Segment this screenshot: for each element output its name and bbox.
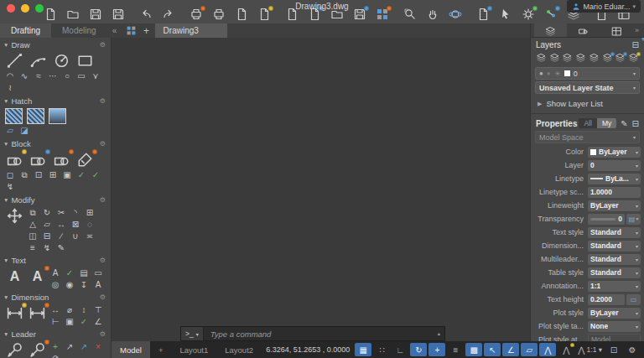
property-dropdown[interactable]: ByLayer▾ [588,147,641,158]
ray-icon[interactable]: ⋎ [91,71,101,81]
layer-stack-icon[interactable] [562,53,573,63]
fillet-icon[interactable]: ◝ [70,208,80,218]
mirror-icon[interactable]: ◫ [28,231,38,241]
chevron-down-icon[interactable]: ▼ [3,197,8,203]
mtext-icon[interactable]: A [5,267,24,285]
layer-find-icon[interactable] [589,53,600,63]
block-scale-icon[interactable]: ▣ [62,170,72,180]
layer-lock-icon[interactable] [628,53,639,63]
property-dropdown[interactable]: Standard▾ [588,241,641,252]
align-icon[interactable]: ≡ [28,243,38,253]
transparency-mode-button[interactable]: ▤▾ [626,214,641,225]
command-input[interactable]: Type a command [204,329,434,339]
attribute-sync-icon[interactable]: ✓ [76,170,86,180]
edit-block-icon[interactable] [52,151,71,169]
layer-freeze-icon[interactable] [602,53,613,63]
diameter-dimension-icon[interactable]: ⌀ [65,305,75,315]
drawing-units-icon[interactable]: ⊡ [605,343,622,356]
chevron-down-icon[interactable]: ▼ [3,331,8,337]
section-settings-icon[interactable]: ⚙ [100,97,107,105]
linear-dimension-icon[interactable]: ↔ [50,305,60,315]
attribute-manager-icon[interactable]: ✓ [91,170,101,180]
annotation-autoscale-icon[interactable]: ⋀ [558,343,574,356]
user-account-menu[interactable]: Mario Eduar... ▾ [567,0,641,13]
layer-search-icon[interactable] [549,53,560,63]
multiline-icon[interactable]: ≈ [34,71,44,81]
explode-icon[interactable]: ↯ [42,243,52,253]
create-block-icon[interactable] [5,151,24,169]
pdf-export-icon[interactable]: A [93,280,103,290]
grid-display-icon[interactable]: ▦ [355,343,371,356]
spell-check-icon[interactable]: ✓ [65,268,75,278]
rectangle-icon[interactable] [75,52,95,70]
blocks-tab-tab[interactable] [567,23,600,37]
property-dropdown[interactable]: ByLayer▾ [588,200,641,211]
section-settings-icon[interactable]: ⚙ [100,196,107,204]
remove-leader-icon[interactable]: × [93,342,103,352]
polar-tracking-icon[interactable]: ↻ [410,343,427,356]
ellipse-icon[interactable]: ○ [62,71,72,81]
field-icon[interactable]: ◎ [50,280,60,290]
object-snap-icon[interactable]: ▩ [465,343,482,356]
command-expand-icon[interactable]: ▴ [434,330,444,337]
rotate-icon[interactable]: ↻ [42,208,52,218]
blend-icon[interactable]: ◌ [85,220,95,230]
file-tab-drawing3[interactable]: Drawing3 [155,23,227,38]
layer-thaw-icon[interactable] [615,53,626,63]
hatch-icon[interactable] [5,108,23,124]
chevron-down-icon[interactable]: ▼ [3,98,8,104]
chevron-down-icon[interactable]: ▼ [3,294,8,300]
drawing-canvas[interactable]: >_ ▾ Type a command ▴ [112,38,530,341]
text-align-icon[interactable]: A [50,268,60,278]
stretch-icon[interactable]: ↔ [56,220,66,230]
line-icon[interactable] [5,52,24,70]
layers-panel-icon[interactable]: ⊟ [632,40,639,49]
insert-block-icon[interactable] [29,151,48,169]
move-icon[interactable] [5,207,24,225]
selection-cycling-icon[interactable]: ↖ [484,343,501,356]
edit-text-icon[interactable]: A [28,267,47,285]
new-layout-button[interactable]: + [150,341,172,358]
collapse-palette-button[interactable]: « [107,23,122,38]
snap-mode-icon[interactable]: ∷ [373,343,390,356]
hatch-edit-icon[interactable]: ◪ [19,126,29,136]
property-dropdown[interactable]: ByLa...▾ [588,174,641,184]
break-icon[interactable]: ∕ [56,231,66,241]
add-leader-icon[interactable]: + [50,342,60,352]
arc-3-point-icon[interactable]: ◠ [5,71,15,81]
spline-icon[interactable]: ∿ [19,71,29,81]
scale-icon[interactable]: △ [28,220,38,230]
attribute-icon[interactable]: ◻ [5,170,15,180]
block-table-icon[interactable]: ⊞ [48,170,58,180]
revision-cloud-icon[interactable]: ≀ [5,83,15,93]
references-tab-tab[interactable] [600,23,633,37]
block-sync-icon[interactable]: ⧉ [19,170,29,180]
angular-dimension-icon[interactable]: ∠ [93,317,103,327]
property-dropdown[interactable]: Standard▾ [588,254,641,265]
property-dropdown[interactable]: Standard▾ [588,227,641,238]
dimension-space-icon[interactable]: ↕ [79,305,89,315]
array-icon[interactable]: ⊞ [85,208,95,218]
chevron-down-icon[interactable]: ▾ [633,70,636,76]
layer-on-icon[interactable]: ● [539,70,543,77]
text-scale-icon[interactable]: ↧ [79,280,89,290]
ortho-mode-icon[interactable]: ∟ [392,343,408,356]
transparency-slider[interactable] [590,218,615,221]
new-layer-icon[interactable] [536,53,547,63]
section-settings-icon[interactable]: ⚙ [100,140,107,148]
layers-tab-tab[interactable] [534,23,567,37]
polygon-icon[interactable]: ▭ [76,71,86,81]
explode-block-icon[interactable]: ↯ [5,182,15,192]
lineweight-display-icon[interactable]: ≡ [447,343,464,356]
property-dropdown[interactable]: Standard▾ [588,267,641,278]
section-settings-icon[interactable]: ⚙ [100,293,107,301]
circle-icon[interactable] [52,52,71,70]
property-dropdown[interactable]: ByLayer▾ [588,308,641,319]
dimension-icon[interactable] [5,304,24,322]
annotation-visibility-icon[interactable]: ⋀ [539,343,556,356]
align-leader-icon[interactable]: ↗ [65,342,75,352]
chevron-down-icon[interactable]: ▼ [3,42,8,48]
property-dropdown[interactable]: 1:1▾ [588,281,641,292]
dimension-check-icon[interactable]: ✓ [79,317,89,327]
leader-style-icon[interactable]: ⊘ [50,354,60,358]
